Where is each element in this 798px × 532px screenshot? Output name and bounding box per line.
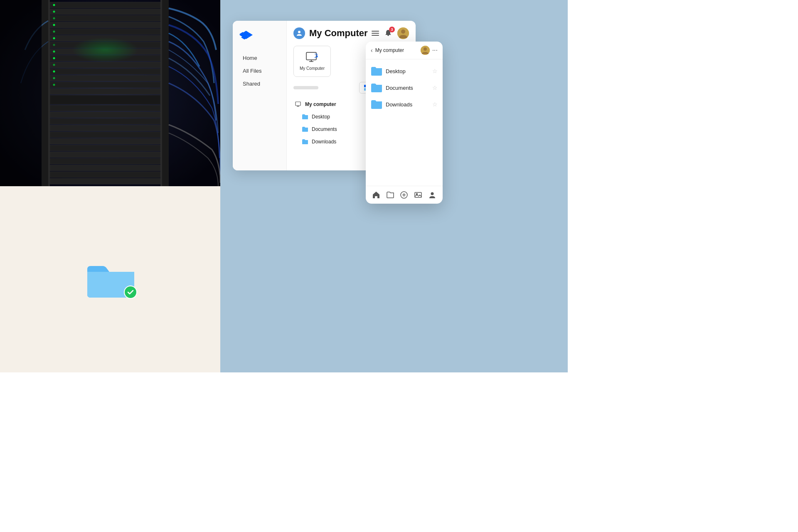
svg-rect-2 [42,0,48,186]
search-bar[interactable] [293,86,318,89]
svg-rect-46 [50,33,160,75]
svg-rect-28 [50,152,160,158]
compact-file-list: Desktop ☆ Documents ☆ Downloads ☆ [366,59,443,186]
svg-rect-48 [169,0,220,186]
bottom-nav-user[interactable] [428,190,437,200]
documents-star[interactable]: ☆ [432,84,438,91]
more-options-button[interactable]: ··· [432,47,438,54]
folder-icon-downloads [302,139,308,145]
svg-rect-27 [50,145,160,151]
back-button[interactable]: ‹ [371,47,373,54]
compact-avatar[interactable] [421,46,430,55]
svg-rect-25 [50,132,160,138]
compact-bottom-nav [366,186,443,204]
svg-rect-19 [50,89,160,94]
parent-folder-name: My computer [305,101,368,107]
compact-title: My computer [375,47,418,53]
svg-rect-21 [50,105,160,111]
header-actions: 3 [372,27,409,39]
svg-rect-20 [50,95,160,104]
svg-rect-31 [50,172,160,177]
compact-file-row-downloads[interactable]: Downloads ☆ [366,96,443,113]
dropbox-logo [239,29,280,44]
user-icon [293,27,305,39]
title-row: My Computer [293,27,368,39]
svg-rect-26 [50,138,160,144]
svg-rect-32 [50,178,160,184]
downloads-folder-name: Downloads [312,139,368,145]
sidebar-item-all-files[interactable]: All Files [239,65,280,76]
compact-desktop-name: Desktop [386,68,429,74]
svg-point-45 [53,84,55,86]
bottom-nav-folder[interactable] [386,190,395,200]
downloads-star[interactable]: ☆ [432,101,438,108]
svg-point-51 [401,30,405,34]
hamburger-icon[interactable] [372,31,379,36]
folder-icon-desktop [302,114,308,120]
bottom-nav-image[interactable] [414,190,423,200]
svg-rect-7 [50,9,160,15]
my-computer-card-label: My Computer [300,66,325,71]
svg-rect-4 [162,0,169,186]
my-computer-card[interactable]: My Computer [293,46,331,77]
computer-small-icon [295,101,302,107]
compact-header: ‹ My computer ··· [366,42,443,59]
folder-area [0,186,220,372]
svg-point-35 [53,17,55,20]
svg-rect-23 [50,118,160,124]
blue-background: Home All Files Shared My Computer [220,0,568,372]
svg-rect-64 [296,102,300,106]
svg-point-36 [53,24,55,26]
window-header: My Computer 3 [293,27,409,39]
svg-rect-6 [50,2,160,8]
computer-icon [305,52,319,64]
svg-point-44 [53,77,55,79]
svg-point-37 [53,31,55,33]
svg-rect-30 [50,165,160,171]
svg-rect-72 [415,192,421,197]
compact-downloads-name: Downloads [386,101,429,108]
sidebar: Home All Files Shared [233,21,287,170]
svg-rect-9 [50,22,160,28]
sidebar-item-home[interactable]: Home [239,52,280,64]
check-badge [124,286,137,299]
bell-button[interactable]: 3 [382,27,394,39]
sidebar-item-shared[interactable]: Shared [239,78,280,89]
folder-icon-documents [302,126,308,132]
svg-rect-29 [50,158,160,164]
desktop-folder-name: Desktop [312,114,368,120]
svg-point-73 [416,194,418,195]
window-title: My Computer [309,28,368,39]
svg-point-49 [298,31,300,33]
svg-rect-24 [50,125,160,131]
compact-folder-downloads [371,99,382,109]
server-rack-photo [0,0,220,186]
compact-file-row-documents[interactable]: Documents ☆ [366,79,443,96]
svg-rect-5 [160,0,162,186]
notification-badge: 3 [389,27,395,32]
svg-rect-8 [50,15,160,21]
svg-rect-52 [306,52,316,60]
compact-file-row-desktop[interactable]: Desktop ☆ [366,63,443,79]
compact-documents-name: Documents [386,85,429,91]
bottom-nav-home[interactable] [372,190,381,200]
svg-point-68 [424,47,427,51]
compact-folder-desktop [371,66,382,76]
svg-point-74 [431,192,434,195]
svg-point-33 [53,4,55,6]
svg-rect-47 [0,0,42,186]
desktop-star[interactable]: ☆ [432,68,438,74]
user-avatar[interactable] [397,27,409,39]
compact-window: ‹ My computer ··· Desktop ☆ [366,42,443,204]
bottom-nav-add[interactable] [399,190,409,200]
svg-rect-22 [50,112,160,118]
svg-rect-17 [50,75,160,81]
svg-rect-3 [48,0,50,186]
svg-rect-18 [50,82,160,88]
documents-folder-name: Documents [312,126,368,132]
folder-with-checkmark [85,258,135,301]
compact-folder-documents [371,83,382,93]
svg-point-34 [53,11,55,13]
